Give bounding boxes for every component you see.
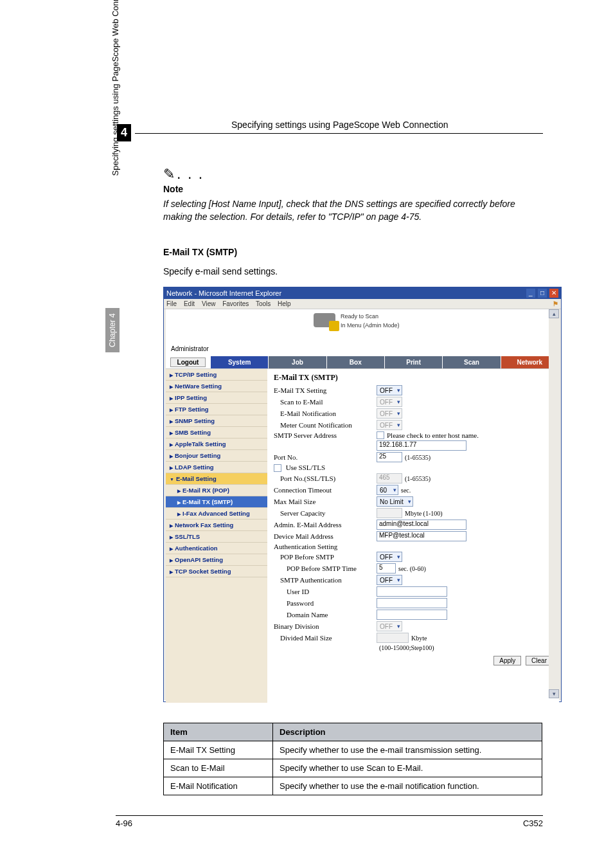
note-block: ✎. . . Note If selecting [Host Name Inpu… xyxy=(163,166,542,223)
select-meter[interactable]: OFF xyxy=(377,420,402,430)
ie-flag-icon: ⚑ xyxy=(553,300,558,307)
menu-help[interactable]: Help xyxy=(278,300,291,307)
section-heading: E-Mail TX (SMTP) xyxy=(163,247,237,257)
menu-file[interactable]: File xyxy=(166,300,177,307)
ie-titlebar: Network - Microsoft Internet Explorer _ … xyxy=(164,287,561,299)
select-binarydiv[interactable]: OFF xyxy=(377,621,402,631)
sidebar: TCP/IP Setting NetWare Setting IPP Setti… xyxy=(166,369,267,703)
label-binarydiv: Binary Division xyxy=(274,622,377,630)
label-port: Port No. xyxy=(274,453,377,461)
sidebar-sub-selected[interactable]: E-Mail TX (SMTP) xyxy=(166,496,267,508)
checkbox-hostname[interactable] xyxy=(377,431,384,439)
capacity-unit: Mbyte (1-100) xyxy=(405,510,443,517)
cell-desc: Specify whether to use the e-mail transm… xyxy=(273,741,542,759)
select-popbefore[interactable]: OFF xyxy=(377,552,402,562)
label-scan: Scan to E-Mail xyxy=(274,398,377,406)
sidebar-item[interactable]: Bonjour Setting xyxy=(166,450,267,462)
input-port[interactable]: 25 xyxy=(377,452,402,462)
maximize-button[interactable]: □ xyxy=(538,289,547,298)
label-smtpauth: SMTP Authentication xyxy=(274,576,377,584)
table-row: E-Mail Notification Specify whether to u… xyxy=(164,777,542,795)
input-domain[interactable] xyxy=(377,610,447,620)
label-meter: Meter Count Notification xyxy=(274,421,377,429)
sidebar-item[interactable]: LDAP Setting xyxy=(166,462,267,473)
sidebar-item[interactable]: OpenAPI Setting xyxy=(166,554,267,566)
select-smtpauth[interactable]: OFF xyxy=(377,575,402,585)
menu-favorites[interactable]: Favorites xyxy=(222,300,249,307)
cell-item: E-Mail TX Setting xyxy=(164,741,273,759)
footer-model: C352 xyxy=(523,818,543,828)
tab-job[interactable]: Job xyxy=(269,356,326,368)
th-item: Item xyxy=(164,723,273,741)
footer-page: 4-96 xyxy=(116,818,132,828)
sidebar-item-open[interactable]: E-Mail Setting xyxy=(166,473,267,485)
minimize-button[interactable]: _ xyxy=(526,289,535,298)
note-dots: . . . xyxy=(177,170,204,181)
divsize-unit: Kbyte xyxy=(411,635,427,642)
input-adminaddr[interactable]: admin@test.local xyxy=(377,520,466,530)
close-button[interactable]: ✕ xyxy=(549,289,558,298)
sidebar-item[interactable]: Network Fax Setting xyxy=(166,520,267,531)
divsize-range: (100-15000;Step100) xyxy=(379,644,434,651)
menu-edit[interactable]: Edit xyxy=(184,300,195,307)
logout-button[interactable]: Logout xyxy=(170,357,206,367)
label-notif: E-Mail Notification xyxy=(274,410,377,417)
menu-tools[interactable]: Tools xyxy=(256,300,271,307)
form-title: E-Mail TX (SMTP) xyxy=(274,373,553,383)
sidebar-item[interactable]: Authentication xyxy=(166,543,267,554)
note-body: If selecting [Host Name Input], check th… xyxy=(163,198,542,223)
status-ready: Ready to Scan xyxy=(341,313,378,320)
select-scan[interactable]: OFF xyxy=(377,397,402,407)
cell-item: E-Mail Notification xyxy=(164,777,273,795)
sidebar-item[interactable]: SMB Setting xyxy=(166,427,267,439)
ie-window: Network - Microsoft Internet Explorer _ … xyxy=(163,287,562,702)
header-rule xyxy=(135,133,543,134)
sidebar-sub[interactable]: I-Fax Advanced Setting xyxy=(166,508,267,520)
select-notif[interactable]: OFF xyxy=(377,408,402,419)
scrollbar[interactable]: ▴ ▾ xyxy=(549,309,559,698)
label-ssl: Use SSL/TLS xyxy=(286,464,325,471)
tab-print[interactable]: Print xyxy=(385,356,443,368)
input-deviceaddr[interactable]: MFP@test.local xyxy=(377,531,466,541)
label-emailtx: E-Mail TX Setting xyxy=(274,386,377,394)
input-password[interactable] xyxy=(377,598,447,608)
ie-title: Network - Microsoft Internet Explorer xyxy=(166,289,281,297)
scroll-up-icon[interactable]: ▴ xyxy=(549,309,559,318)
select-timeout[interactable]: 60 xyxy=(377,485,398,495)
sidebar-item[interactable]: AppleTalk Setting xyxy=(166,439,267,450)
scroll-down-icon[interactable]: ▾ xyxy=(549,689,559,698)
input-userid[interactable] xyxy=(377,586,447,597)
select-maxmail[interactable]: No Limit xyxy=(377,496,413,507)
checkbox-ssl[interactable] xyxy=(274,464,281,472)
sidebar-item[interactable]: TCP/IP Setting xyxy=(166,369,267,381)
label-maxmail: Max Mail Size xyxy=(274,498,377,505)
pscope-header: Ready to Scan In Menu (Admin Mode) xyxy=(166,309,559,345)
select-emailtx[interactable]: OFF xyxy=(377,385,402,395)
sidebar-sub[interactable]: E-Mail RX (POP) xyxy=(166,485,267,496)
check-text: Please check to enter host name. xyxy=(387,431,479,439)
input-server[interactable]: 192.168.1.77 xyxy=(377,440,466,451)
sidebar-item[interactable]: FTP Setting xyxy=(166,404,267,415)
input-poptime[interactable]: 5 xyxy=(377,563,396,574)
label-userid: User ID xyxy=(274,588,377,595)
ie-content: Ready to Scan In Menu (Admin Mode) Admin… xyxy=(164,309,561,700)
table-row: E-Mail TX Setting Specify whether to use… xyxy=(164,741,542,759)
status-mode: In Menu (Admin Mode) xyxy=(341,322,400,329)
th-desc: Description xyxy=(273,723,542,741)
page-footer: 4-96 C352 xyxy=(116,815,543,828)
poptime-unit: sec. (0-60) xyxy=(398,565,426,572)
sidebar-item[interactable]: IPP Setting xyxy=(166,392,267,404)
input-portssl[interactable]: 465 xyxy=(377,473,402,484)
menu-view[interactable]: View xyxy=(202,300,216,307)
input-capacity[interactable] xyxy=(377,508,402,518)
sidebar-item[interactable]: SNMP Setting xyxy=(166,415,267,427)
sidebar-item[interactable]: SSL/TLS xyxy=(166,531,267,543)
tab-scan[interactable]: Scan xyxy=(443,356,501,368)
tab-system[interactable]: System xyxy=(211,356,269,368)
sidebar-item[interactable]: NetWare Setting xyxy=(166,381,267,392)
input-divsize[interactable] xyxy=(377,633,409,643)
tab-box[interactable]: Box xyxy=(327,356,385,368)
sidebar-item[interactable]: TCP Socket Setting xyxy=(166,566,267,577)
portssl-range: (1-65535) xyxy=(405,475,431,482)
apply-button[interactable]: Apply xyxy=(493,656,521,665)
